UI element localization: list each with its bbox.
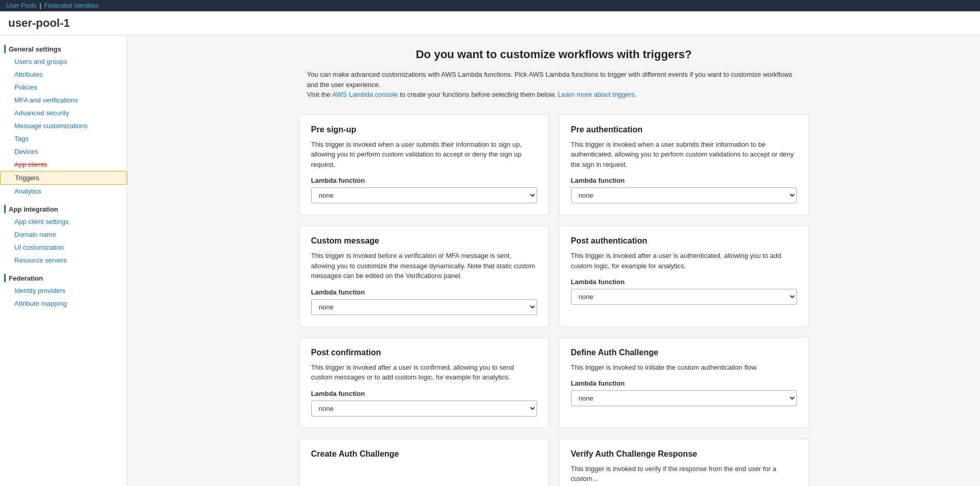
- description-text-2: Visit the: [307, 91, 332, 98]
- lambda-label-post-confirmation: Lambda function: [311, 390, 537, 397]
- description-text-1: You can make advanced customizations wit…: [307, 71, 792, 89]
- triggers-grid: Pre sign-up This trigger is invoked when…: [299, 114, 809, 487]
- trigger-card-define-auth-challenge: Define Auth Challenge This trigger is in…: [559, 337, 809, 428]
- sidebar-item-attribute-mapping[interactable]: Attribute mapping: [0, 297, 127, 310]
- pool-name: user-pool-1: [8, 16, 972, 30]
- lambda-select-pre-sign-up[interactable]: none: [311, 187, 537, 203]
- sidebar-item-analytics[interactable]: Analytics: [0, 185, 127, 198]
- trigger-card-pre-sign-up: Pre sign-up This trigger is invoked when…: [299, 114, 549, 216]
- sidebar-item-advanced-security[interactable]: Advanced security: [0, 107, 127, 119]
- trigger-card-post-authentication: Post authentication This trigger is invo…: [559, 225, 809, 327]
- lambda-select-pre-authentication[interactable]: none: [571, 187, 797, 203]
- main-layout: General settings Users and groups Attrib…: [0, 36, 980, 486]
- lambda-select-post-confirmation[interactable]: none: [311, 401, 537, 416]
- page-title: Do you want to customize workflows with …: [144, 48, 964, 61]
- trigger-desc-post-authentication: This trigger is invoked after a user is …: [571, 251, 797, 271]
- general-settings-title: General settings: [9, 45, 61, 53]
- trigger-card-verify-auth-challenge: Verify Auth Challenge Response This trig…: [559, 439, 809, 487]
- trigger-title-verify-auth-challenge: Verify Auth Challenge Response: [571, 449, 797, 459]
- trigger-title-pre-sign-up: Pre sign-up: [311, 125, 537, 134]
- sidebar-item-devices[interactable]: Devices: [0, 145, 127, 158]
- trigger-desc-pre-authentication: This trigger is invoked when a user subm…: [571, 140, 797, 170]
- lambda-label-post-authentication: Lambda function: [571, 278, 797, 286]
- sidebar-item-users-groups[interactable]: Users and groups: [0, 55, 127, 68]
- main-content: Do you want to customize workflows with …: [128, 36, 980, 486]
- app-integration-title: App integration: [9, 205, 58, 213]
- page-header: user-pool-1: [0, 11, 980, 36]
- trigger-title-create-auth-challenge: Create Auth Challenge: [311, 449, 537, 459]
- lambda-label-pre-sign-up: Lambda function: [311, 177, 537, 184]
- federation-section: Federation: [0, 271, 127, 284]
- app-integration-bar: [4, 205, 6, 213]
- trigger-title-pre-authentication: Pre authentication: [571, 125, 797, 134]
- federation-title: Federation: [9, 274, 43, 282]
- sidebar-item-domain-name[interactable]: Domain name: [0, 228, 127, 241]
- trigger-card-create-auth-challenge: Create Auth Challenge: [299, 439, 549, 487]
- sidebar-item-attributes[interactable]: Attributes: [0, 68, 127, 81]
- sidebar-item-policies[interactable]: Policies: [0, 81, 127, 94]
- lambda-select-post-authentication[interactable]: none: [571, 289, 797, 305]
- lambda-label-custom-message: Lambda function: [311, 288, 537, 296]
- trigger-card-custom-message: Custom message This trigger is invoked b…: [299, 225, 549, 327]
- sidebar-item-tags[interactable]: Tags: [0, 132, 127, 145]
- trigger-title-post-authentication: Post authentication: [571, 236, 797, 246]
- lambda-label-define-auth-challenge: Lambda function: [571, 379, 797, 387]
- sidebar-item-resource-servers[interactable]: Resource servers: [0, 254, 127, 267]
- lambda-label-pre-authentication: Lambda function: [571, 177, 797, 184]
- trigger-desc-define-auth-challenge: This trigger is invoked to initiate the …: [571, 362, 797, 373]
- section-indicator-bar: [4, 45, 6, 53]
- sidebar-item-mfa[interactable]: MFA and verifications: [0, 94, 127, 107]
- nav-separator: |: [40, 2, 41, 9]
- description-text-3: to create your functions before selectin…: [398, 91, 558, 98]
- learn-more-link[interactable]: Learn more about triggers.: [558, 91, 636, 98]
- sidebar: General settings Users and groups Attrib…: [0, 36, 128, 486]
- trigger-card-pre-authentication: Pre authentication This trigger is invok…: [559, 114, 809, 216]
- main-description: You can make advanced customizations wit…: [307, 70, 801, 100]
- trigger-desc-custom-message: This trigger is invoked before a verific…: [311, 251, 537, 281]
- sidebar-item-app-clients[interactable]: App clients: [0, 158, 127, 171]
- trigger-desc-pre-sign-up: This trigger is invoked when a user subm…: [311, 140, 537, 170]
- lambda-select-custom-message[interactable]: none: [311, 299, 537, 315]
- sidebar-item-message-customizations[interactable]: Message customizations: [0, 119, 127, 132]
- sidebar-item-ui-customization[interactable]: UI customization: [0, 241, 127, 254]
- sidebar-item-identity-providers[interactable]: Identity providers: [0, 284, 127, 297]
- sidebar-item-app-client-settings[interactable]: App client settings: [0, 215, 127, 228]
- trigger-desc-post-confirmation: This trigger is invoked after a user is …: [311, 362, 537, 383]
- trigger-title-define-auth-challenge: Define Auth Challenge: [571, 348, 797, 357]
- app-integration-section: App integration: [0, 202, 127, 215]
- federated-identities-link[interactable]: Federated Identities: [44, 2, 99, 9]
- lambda-console-link[interactable]: AWS Lambda console: [332, 91, 398, 98]
- sidebar-item-triggers[interactable]: Triggers: [0, 171, 127, 185]
- federation-bar: [4, 274, 6, 282]
- trigger-desc-verify-auth-challenge: This trigger is invoked to verify if the…: [571, 464, 797, 484]
- trigger-title-post-confirmation: Post confirmation: [311, 348, 537, 357]
- general-settings-section: General settings: [0, 42, 127, 55]
- top-navigation: User Pools | Federated Identities: [0, 0, 980, 11]
- lambda-select-define-auth-challenge[interactable]: none: [571, 390, 797, 406]
- user-pools-link[interactable]: User Pools: [6, 2, 37, 9]
- trigger-title-custom-message: Custom message: [311, 236, 537, 246]
- trigger-card-post-confirmation: Post confirmation This trigger is invoke…: [299, 337, 549, 428]
